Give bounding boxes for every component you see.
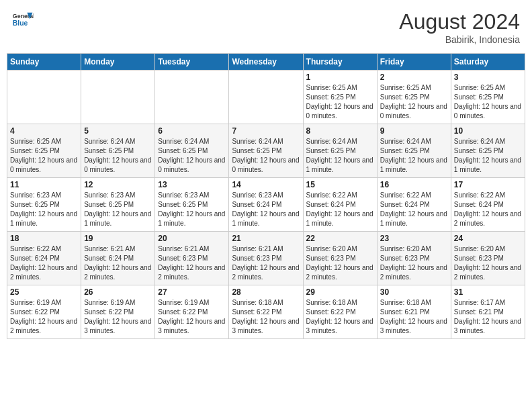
day-number: 30 (380, 287, 448, 297)
day-info: Sunrise: 6:21 AM Sunset: 6:24 PM Dayligh… (84, 244, 152, 282)
day-info: Sunrise: 6:25 AM Sunset: 6:25 PM Dayligh… (380, 83, 448, 121)
day-cell: 17Sunrise: 6:22 AM Sunset: 6:24 PM Dayli… (451, 178, 525, 232)
day-cell: 15Sunrise: 6:22 AM Sunset: 6:24 PM Dayli… (303, 178, 377, 232)
day-number: 8 (306, 126, 374, 136)
day-number: 5 (84, 126, 152, 136)
day-cell: 20Sunrise: 6:21 AM Sunset: 6:23 PM Dayli… (155, 232, 229, 285)
day-number: 12 (84, 180, 152, 189)
day-info: Sunrise: 6:24 AM Sunset: 6:25 PM Dayligh… (380, 137, 448, 175)
day-info: Sunrise: 6:19 AM Sunset: 6:22 PM Dayligh… (84, 298, 152, 336)
day-info: Sunrise: 6:24 AM Sunset: 6:25 PM Dayligh… (158, 137, 226, 175)
day-info: Sunrise: 6:20 AM Sunset: 6:23 PM Dayligh… (454, 244, 522, 282)
day-cell (81, 71, 155, 124)
day-cell: 26Sunrise: 6:19 AM Sunset: 6:22 PM Dayli… (81, 285, 155, 339)
day-cell: 2Sunrise: 6:25 AM Sunset: 6:25 PM Daylig… (377, 71, 451, 124)
day-cell: 22Sunrise: 6:20 AM Sunset: 6:23 PM Dayli… (303, 232, 377, 285)
day-info: Sunrise: 6:17 AM Sunset: 6:21 PM Dayligh… (454, 298, 522, 336)
day-number: 2 (380, 73, 448, 82)
day-cell: 28Sunrise: 6:18 AM Sunset: 6:22 PM Dayli… (229, 285, 303, 339)
month-year: August 2024 (399, 9, 520, 34)
day-cell: 9Sunrise: 6:24 AM Sunset: 6:25 PM Daylig… (377, 124, 451, 178)
day-cell: 4Sunrise: 6:25 AM Sunset: 6:25 PM Daylig… (7, 124, 81, 178)
day-info: Sunrise: 6:24 AM Sunset: 6:25 PM Dayligh… (232, 137, 300, 175)
day-info: Sunrise: 6:24 AM Sunset: 6:25 PM Dayligh… (454, 137, 522, 175)
weekday-header-thursday: Thursday (303, 54, 377, 71)
week-row-5: 25Sunrise: 6:19 AM Sunset: 6:22 PM Dayli… (7, 285, 525, 339)
day-cell: 19Sunrise: 6:21 AM Sunset: 6:24 PM Dayli… (81, 232, 155, 285)
day-info: Sunrise: 6:22 AM Sunset: 6:24 PM Dayligh… (10, 244, 78, 282)
day-cell: 14Sunrise: 6:23 AM Sunset: 6:24 PM Dayli… (229, 178, 303, 232)
day-cell: 8Sunrise: 6:24 AM Sunset: 6:25 PM Daylig… (303, 124, 377, 178)
day-number: 6 (158, 126, 226, 136)
day-info: Sunrise: 6:20 AM Sunset: 6:23 PM Dayligh… (380, 244, 448, 282)
day-number: 22 (306, 234, 374, 243)
day-info: Sunrise: 6:24 AM Sunset: 6:25 PM Dayligh… (306, 137, 374, 175)
day-number: 4 (10, 126, 78, 136)
day-number: 15 (306, 180, 374, 189)
page-header: GeneralBlue August 2024 Babirik, Indones… (7, 7, 525, 48)
week-row-1: 1Sunrise: 6:25 AM Sunset: 6:25 PM Daylig… (7, 71, 525, 124)
day-info: Sunrise: 6:20 AM Sunset: 6:23 PM Dayligh… (306, 244, 374, 282)
day-info: Sunrise: 6:21 AM Sunset: 6:23 PM Dayligh… (158, 244, 226, 282)
day-info: Sunrise: 6:22 AM Sunset: 6:24 PM Dayligh… (380, 191, 448, 228)
day-info: Sunrise: 6:24 AM Sunset: 6:25 PM Dayligh… (84, 137, 152, 175)
day-number: 24 (454, 234, 522, 243)
day-number: 28 (232, 287, 300, 297)
day-info: Sunrise: 6:18 AM Sunset: 6:22 PM Dayligh… (232, 298, 300, 336)
day-number: 29 (306, 287, 374, 297)
weekday-header-friday: Friday (377, 54, 451, 71)
week-row-2: 4Sunrise: 6:25 AM Sunset: 6:25 PM Daylig… (7, 124, 525, 178)
weekday-header-row: SundayMondayTuesdayWednesdayThursdayFrid… (7, 54, 525, 71)
weekday-header-wednesday: Wednesday (229, 54, 303, 71)
day-number: 26 (84, 287, 152, 297)
day-number: 1 (306, 73, 374, 82)
day-cell (229, 71, 303, 124)
title-block: August 2024 Babirik, Indonesia (399, 9, 520, 45)
day-info: Sunrise: 6:21 AM Sunset: 6:23 PM Dayligh… (232, 244, 300, 282)
day-cell: 31Sunrise: 6:17 AM Sunset: 6:21 PM Dayli… (451, 285, 525, 339)
weekday-header-tuesday: Tuesday (155, 54, 229, 71)
day-info: Sunrise: 6:25 AM Sunset: 6:25 PM Dayligh… (10, 137, 78, 175)
day-number: 11 (10, 180, 78, 189)
day-number: 10 (454, 126, 522, 136)
day-cell: 12Sunrise: 6:23 AM Sunset: 6:25 PM Dayli… (81, 178, 155, 232)
day-cell: 25Sunrise: 6:19 AM Sunset: 6:22 PM Dayli… (7, 285, 81, 339)
logo: GeneralBlue (12, 9, 34, 31)
calendar-table: SundayMondayTuesdayWednesdayThursdayFrid… (7, 53, 525, 339)
day-cell: 6Sunrise: 6:24 AM Sunset: 6:25 PM Daylig… (155, 124, 229, 178)
day-cell (7, 71, 81, 124)
day-cell: 27Sunrise: 6:19 AM Sunset: 6:22 PM Dayli… (155, 285, 229, 339)
day-cell: 3Sunrise: 6:25 AM Sunset: 6:25 PM Daylig… (451, 71, 525, 124)
day-info: Sunrise: 6:18 AM Sunset: 6:22 PM Dayligh… (306, 298, 374, 336)
svg-text:Blue: Blue (13, 19, 28, 27)
day-cell: 1Sunrise: 6:25 AM Sunset: 6:25 PM Daylig… (303, 71, 377, 124)
day-number: 16 (380, 180, 448, 189)
day-number: 27 (158, 287, 226, 297)
day-number: 3 (454, 73, 522, 82)
day-number: 14 (232, 180, 300, 189)
day-number: 19 (84, 234, 152, 243)
day-number: 20 (158, 234, 226, 243)
day-cell: 29Sunrise: 6:18 AM Sunset: 6:22 PM Dayli… (303, 285, 377, 339)
day-info: Sunrise: 6:25 AM Sunset: 6:25 PM Dayligh… (454, 83, 522, 121)
weekday-header-sunday: Sunday (7, 54, 81, 71)
day-number: 31 (454, 287, 522, 297)
day-cell (155, 71, 229, 124)
day-cell: 10Sunrise: 6:24 AM Sunset: 6:25 PM Dayli… (451, 124, 525, 178)
day-info: Sunrise: 6:22 AM Sunset: 6:24 PM Dayligh… (454, 191, 522, 228)
weekday-header-monday: Monday (81, 54, 155, 71)
day-number: 23 (380, 234, 448, 243)
day-info: Sunrise: 6:22 AM Sunset: 6:24 PM Dayligh… (306, 191, 374, 228)
day-number: 25 (10, 287, 78, 297)
day-cell: 5Sunrise: 6:24 AM Sunset: 6:25 PM Daylig… (81, 124, 155, 178)
day-info: Sunrise: 6:23 AM Sunset: 6:24 PM Dayligh… (232, 191, 300, 228)
day-info: Sunrise: 6:23 AM Sunset: 6:25 PM Dayligh… (10, 191, 78, 228)
day-number: 17 (454, 180, 522, 189)
weekday-header-saturday: Saturday (451, 54, 525, 71)
day-cell: 16Sunrise: 6:22 AM Sunset: 6:24 PM Dayli… (377, 178, 451, 232)
day-cell: 24Sunrise: 6:20 AM Sunset: 6:23 PM Dayli… (451, 232, 525, 285)
day-cell: 23Sunrise: 6:20 AM Sunset: 6:23 PM Dayli… (377, 232, 451, 285)
day-number: 9 (380, 126, 448, 136)
day-cell: 21Sunrise: 6:21 AM Sunset: 6:23 PM Dayli… (229, 232, 303, 285)
day-cell: 7Sunrise: 6:24 AM Sunset: 6:25 PM Daylig… (229, 124, 303, 178)
